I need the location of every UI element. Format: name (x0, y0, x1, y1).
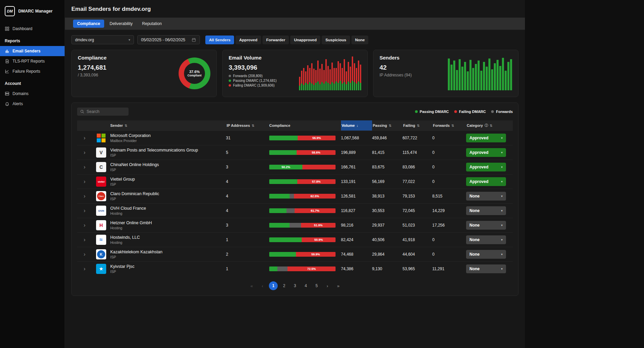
email-volume-value: 3,393,096 (229, 64, 277, 71)
sender-type: Hosting (110, 240, 140, 245)
column-label: Sender (110, 123, 123, 127)
category-label: None (469, 194, 480, 199)
column-label: Compliance (269, 123, 290, 127)
column-header-category[interactable]: Categoryⓘ⇅ (466, 120, 513, 131)
category-label: Approved (469, 150, 488, 155)
sidebar-item-alerts[interactable]: Alerts (0, 99, 65, 109)
category-cell: None▾ (466, 264, 513, 273)
row-expand-chevron[interactable]: › (77, 164, 92, 170)
date-range-picker[interactable]: 05/02/2025 - 06/02/2025 (137, 35, 200, 44)
senders-bar (499, 66, 501, 90)
row-expand-chevron[interactable]: › (77, 222, 92, 228)
column-header-volume[interactable]: Volume↓ (341, 120, 372, 131)
column-header-sender[interactable]: Sender⇅ (92, 120, 226, 131)
pagination-page-2[interactable]: 2 (280, 281, 289, 290)
category-select[interactable]: Approved▾ (466, 177, 506, 186)
category-select[interactable]: Approved▾ (466, 163, 506, 171)
pagination-next[interactable]: › (323, 281, 332, 290)
sidebar-item-label: Email Senders (13, 49, 41, 53)
column-header-forwards[interactable]: Forwards⇅ (432, 120, 466, 131)
row-expand-chevron[interactable]: › (77, 179, 92, 185)
category-select[interactable]: None▾ (466, 250, 506, 259)
sender-logo (96, 133, 106, 143)
forwards-value: 0 (432, 252, 466, 257)
column-header-passing[interactable]: Passing⇅ (372, 120, 402, 131)
ip-addresses-value: 4 (226, 194, 269, 199)
table-row: ›VVietnam Posts and Telecommunications G… (77, 145, 513, 160)
column-label: IP Addresses (227, 123, 250, 127)
pagination-page-3[interactable]: 3 (291, 281, 299, 290)
pagination-prev[interactable]: ‹ (258, 281, 267, 290)
category-select[interactable]: None▾ (466, 206, 506, 215)
chevron-down-icon: ▾ (129, 38, 130, 42)
table-row: ›KKazakhtelekom KazakhstanISP259.9%74,46… (77, 247, 513, 261)
senders-icon (5, 49, 9, 53)
info-icon: ⓘ (485, 123, 488, 128)
filter-button-none[interactable]: None (351, 36, 369, 44)
category-cell: None▾ (466, 206, 513, 215)
row-expand-chevron[interactable]: › (77, 135, 92, 141)
filter-button-unapproved[interactable]: Unapproved (290, 36, 320, 44)
filter-button-forwarder[interactable]: Forwarder (262, 36, 289, 44)
pagination-page-1[interactable]: 1 (269, 281, 278, 290)
forwards-value: 11,291 (432, 266, 466, 271)
category-select[interactable]: None▾ (466, 235, 506, 244)
tab-compliance[interactable]: Compliance (73, 20, 104, 28)
tlsrpt-icon (5, 59, 9, 64)
pagination-page-4[interactable]: 4 (301, 281, 310, 290)
forwards-value: 0 (432, 150, 466, 155)
row-expand-chevron[interactable]: › (77, 149, 92, 156)
category-select[interactable]: None▾ (466, 264, 506, 273)
volume-bar (356, 68, 357, 90)
column-header-failing[interactable]: Failing⇅ (402, 120, 432, 131)
row-expand-chevron[interactable]: › (77, 251, 92, 257)
senders-bar (486, 67, 488, 90)
filter-button-suspicious[interactable]: Suspicious (322, 36, 350, 44)
filter-button-all-senders[interactable]: All Senders (205, 36, 234, 44)
row-expand-chevron[interactable]: › (77, 266, 92, 272)
row-expand-chevron[interactable]: › (77, 208, 92, 214)
forwards-value: 0 (432, 136, 466, 140)
senders-bar (480, 71, 482, 90)
compliance-segment-pass (269, 150, 297, 155)
pagination-first[interactable]: « (247, 281, 256, 290)
sidebar-item-label: Dashboard (13, 26, 32, 31)
compliance-cell: 62.5% (269, 194, 341, 199)
sidebar-item-failure-reports[interactable]: Failure Reports (0, 66, 65, 76)
row-expand-chevron[interactable]: › (77, 237, 92, 243)
ip-addresses-value: 5 (226, 150, 269, 155)
compliance-bar: 72.5% (269, 266, 336, 271)
volume-value: 74,386 (341, 266, 372, 271)
volume-bar (329, 69, 331, 90)
column-label: Passing (373, 123, 387, 127)
category-select[interactable]: None▾ (466, 221, 506, 230)
category-select[interactable]: Approved▾ (466, 148, 506, 157)
tab-deliverability[interactable]: Deliverability (106, 20, 137, 28)
category-label: Approved (469, 165, 488, 169)
legend-label: Forwards (496, 110, 513, 114)
domain-select[interactable]: dmdev.org ▾ (71, 35, 134, 44)
volume-bar (307, 65, 308, 90)
senders-bar (453, 61, 455, 90)
sort-desc-icon: ↓ (356, 124, 358, 127)
email-volume-card: Email Volume 3,393,096 Forwards (208,809… (222, 50, 368, 97)
sidebar-item-domains[interactable]: Domains (0, 89, 65, 99)
compliance-total: / 3,393,096 (78, 73, 107, 77)
sidebar-item-dashboard[interactable]: Dashboard (0, 24, 65, 34)
volume-bar (323, 70, 325, 90)
pagination-page-5[interactable]: 5 (312, 281, 321, 290)
tab-reputation[interactable]: Reputation (138, 20, 166, 28)
compliance-bar: 59.9% (269, 252, 336, 257)
alerts-icon (5, 101, 9, 106)
category-select[interactable]: None▾ (466, 192, 506, 201)
search-input[interactable] (87, 109, 124, 114)
column-header-ips[interactable]: IP Addresses⇅ (226, 120, 269, 131)
category-select[interactable]: Approved▾ (466, 134, 506, 142)
sidebar-item-tls-rpt-reports[interactable]: TLS-RPT Reports (0, 56, 65, 66)
sidebar-item-email-senders[interactable]: Email Senders (0, 46, 65, 56)
row-expand-chevron[interactable]: › (77, 193, 92, 199)
pagination-last[interactable]: » (334, 281, 343, 290)
compliance-cell: 72.5% (269, 266, 341, 271)
sender-logo: C (96, 162, 106, 172)
filter-button-approved[interactable]: Approved (235, 36, 261, 44)
